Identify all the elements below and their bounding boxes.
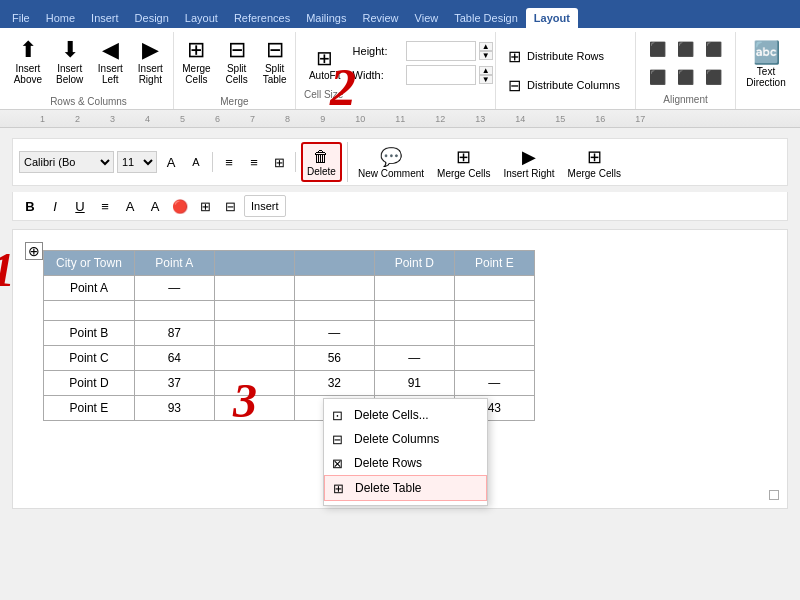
bullets-button[interactable]: ≡ [218, 151, 240, 173]
numbering-button[interactable]: ≡ [243, 151, 265, 173]
shrink-font-button[interactable]: A [185, 151, 207, 173]
text-direction-button[interactable]: 🔤 TextDirection [742, 36, 789, 92]
table-row: Point A — [44, 276, 535, 301]
insert-right-button[interactable]: ▶ InsertRight [131, 34, 169, 88]
toolbar-merge-cells-label: Merge Cells [437, 168, 490, 179]
borders-btn[interactable]: ⊞ [194, 195, 216, 217]
delete-rows-item[interactable]: ⊠ Delete Rows [324, 451, 487, 475]
toolbar-merge-cells2-label: Merge Cells [568, 168, 621, 179]
delete-table-item[interactable]: ⊞ Delete Table [324, 475, 487, 501]
delete-label: Delete [307, 166, 336, 177]
font-size-select[interactable]: 11 [117, 151, 157, 173]
ribbon-tab-home[interactable]: Home [38, 8, 83, 28]
header-empty [214, 251, 294, 276]
toolbar-insert-right-button[interactable]: ▶ Insert Right [498, 143, 559, 182]
step2-label: 2 [330, 58, 356, 117]
align-tl-button[interactable]: ⬛ [645, 36, 671, 62]
insert-left-button[interactable]: ◀ InsertLeft [91, 34, 129, 88]
shading-btn[interactable]: 🔴 [169, 195, 191, 217]
width-decrement[interactable]: ▼ [479, 75, 493, 84]
align-mr-button[interactable]: ⬛ [701, 64, 727, 90]
header-pointd: Point D [374, 251, 454, 276]
delete-dropdown-menu: ⊡ Delete Cells... ⊟ Delete Columns ⊠ Del… [323, 398, 488, 506]
ribbon-tab-review[interactable]: Review [355, 8, 407, 28]
distribute-rows-button[interactable]: ⊞ Distribute Rows [504, 44, 627, 69]
delete-columns-item[interactable]: ⊟ Delete Columns [324, 427, 487, 451]
insert-above-button[interactable]: ⬆ InsertAbove [8, 34, 48, 88]
insert-above-icon: ⬆ [19, 37, 37, 63]
insert-toolbar-btn[interactable]: Insert [244, 195, 286, 217]
width-increment[interactable]: ▲ [479, 66, 493, 75]
align-ml-button[interactable]: ⬛ [645, 64, 671, 90]
new-comment-button[interactable]: 💬 New Comment [353, 143, 429, 182]
height-increment[interactable]: ▲ [479, 42, 493, 51]
ribbon-tab-table-design[interactable]: Table Design [446, 8, 526, 28]
height-label: Height: [353, 45, 403, 57]
new-comment-icon: 💬 [380, 146, 402, 168]
delete-icon: 🗑 [313, 148, 329, 166]
toolbar-merge-cells2-button[interactable]: ⊞ Merge Cells [563, 143, 626, 182]
header-city: City or Town [44, 251, 135, 276]
new-comment-label: New Comment [358, 168, 424, 179]
header-pointe: Point E [454, 251, 534, 276]
ribbon-tab-references[interactable]: References [226, 8, 298, 28]
align-tr-button[interactable]: ⬛ [701, 36, 727, 62]
text-direction-label: TextDirection [746, 66, 785, 88]
height-input[interactable] [406, 41, 476, 61]
align-tc-button[interactable]: ⬛ [673, 36, 699, 62]
table-grid2-btn[interactable]: ⊟ [219, 195, 241, 217]
ribbon-tab-file[interactable]: File [4, 8, 38, 28]
split-cells-icon: ⊟ [228, 37, 246, 63]
sep3 [347, 142, 348, 182]
table-move-handle[interactable]: ⊕ [25, 242, 43, 260]
align-left-btn[interactable]: ≡ [94, 195, 116, 217]
distribute-rows-label: Distribute Rows [527, 50, 604, 62]
merge-group-label: Merge [220, 96, 248, 107]
split-cells-button[interactable]: ⊟ SplitCells [219, 34, 255, 88]
distribute-cols-button[interactable]: ⊟ Distribute Columns [504, 73, 627, 98]
delete-cells-label: Delete Cells... [354, 408, 429, 422]
italic-button[interactable]: I [44, 195, 66, 217]
ribbon-tab-view[interactable]: View [407, 8, 447, 28]
bold-button[interactable]: B [19, 195, 41, 217]
merge-cells-label: MergeCells [182, 63, 210, 85]
text-direction-icon: 🔤 [753, 40, 780, 66]
insert-left-icon: ◀ [102, 37, 119, 63]
highlight-btn[interactable]: A [119, 195, 141, 217]
table-row: Point D 37 32 91 — [44, 371, 535, 396]
width-input[interactable] [406, 65, 476, 85]
header-pointa: Point A [134, 251, 214, 276]
distribute-cols-icon: ⊟ [508, 76, 521, 95]
resize-handle[interactable] [769, 490, 779, 500]
ribbon-tab-insert[interactable]: Insert [83, 8, 127, 28]
insert-below-button[interactable]: ⬇ InsertBelow [50, 34, 89, 88]
ribbon-tab-layout-active[interactable]: Layout [526, 8, 578, 28]
delete-button[interactable]: 🗑 Delete [301, 142, 342, 182]
align-mc-button[interactable]: ⬛ [673, 64, 699, 90]
underline-button[interactable]: U [69, 195, 91, 217]
insert-right-icon: ▶ [142, 37, 159, 63]
sep2 [295, 152, 296, 172]
table-grid-button[interactable]: ⊞ [268, 151, 290, 173]
delete-cells-icon: ⊡ [332, 408, 343, 423]
split-table-button[interactable]: ⊟ SplitTable [257, 34, 293, 88]
toolbar-insert-right-icon: ▶ [522, 146, 536, 168]
insert-right-label: InsertRight [138, 63, 163, 85]
delete-columns-icon: ⊟ [332, 432, 343, 447]
delete-cells-item[interactable]: ⊡ Delete Cells... [324, 403, 487, 427]
ribbon-tab-mailings[interactable]: Mailings [298, 8, 354, 28]
ribbon-tab-design[interactable]: Design [127, 8, 177, 28]
font-name-select[interactable]: Calibri (Bo [19, 151, 114, 173]
table-row: Point B 87 — [44, 321, 535, 346]
split-cells-label: SplitCells [226, 63, 248, 85]
grow-font-button[interactable]: A [160, 151, 182, 173]
insert-above-label: InsertAbove [14, 63, 42, 85]
delete-table-label: Delete Table [355, 481, 422, 495]
font-color-btn[interactable]: A [144, 195, 166, 217]
ruler: 1234567891011121314151617 [40, 114, 760, 124]
height-decrement[interactable]: ▼ [479, 51, 493, 60]
toolbar-merge-cells-button[interactable]: ⊞ Merge Cells [432, 143, 495, 182]
merge-cells-button[interactable]: ⊞ MergeCells [176, 34, 216, 88]
ribbon-tab-layout[interactable]: Layout [177, 8, 226, 28]
split-table-icon: ⊟ [266, 37, 284, 63]
